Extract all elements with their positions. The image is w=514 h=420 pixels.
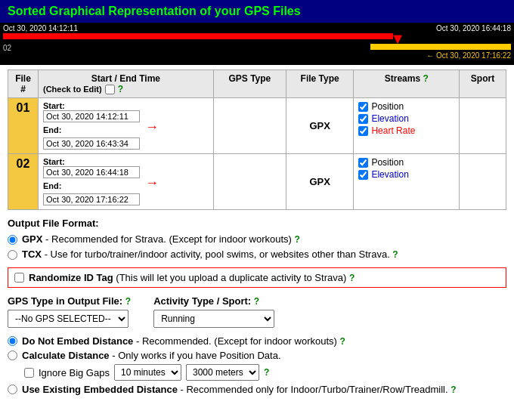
tcx-label: TCX xyxy=(22,249,42,260)
timeline-label-right-bottom: ← Oct 30, 2020 17:16:22 xyxy=(426,51,511,60)
stream-elevation-01-checkbox[interactable] xyxy=(358,114,368,124)
sport-01 xyxy=(460,98,506,154)
distance-none-help[interactable]: ? xyxy=(339,336,345,347)
distance-options: Do Not Embed Distance - Recommended. (Ex… xyxy=(8,335,506,395)
check-to-edit-label: (Check to Edit) xyxy=(43,85,102,94)
end-input-01[interactable] xyxy=(43,137,140,150)
big-gaps-time-select[interactable]: 10 minutes 5 minutes 15 minutes 30 minut… xyxy=(114,364,181,381)
file-num-02: 02 xyxy=(8,154,39,210)
gps-type-label: GPS Type in Output File: ? xyxy=(8,295,131,307)
distance-existing-radio[interactable] xyxy=(8,384,17,394)
stream-heartrate-01-checkbox[interactable] xyxy=(358,126,368,136)
distance-calc-label: Calculate Distance xyxy=(22,350,110,361)
distance-existing-desc: - Recommended only for Indoor/Turbo/Trai… xyxy=(181,384,451,395)
gpx-desc: - Recommended for Strava. (Except for in… xyxy=(45,233,294,245)
tcx-desc: - Use for turbo/trainer/indoor activity,… xyxy=(45,249,393,260)
distance-existing-text: Use Existing Embedded Distance - Recomme… xyxy=(22,384,457,395)
stream-position-02-checkbox[interactable] xyxy=(358,158,368,168)
randomize-desc: (This will let you upload a duplicate ac… xyxy=(116,272,349,283)
start-label-02: Start: xyxy=(43,157,65,166)
ignore-big-gaps-label: Ignore Big Gaps xyxy=(39,367,110,378)
end-input-02[interactable] xyxy=(43,193,140,205)
start-end-01: Start: End: → xyxy=(39,98,214,154)
table-row: 02 Start: End: → GPX Position xyxy=(8,154,506,210)
start-end-02: Start: End: → xyxy=(39,154,214,210)
distance-existing-help[interactable]: ? xyxy=(451,384,456,395)
big-gaps-help[interactable]: ? xyxy=(264,367,269,378)
col-file-type: File Type xyxy=(286,70,354,98)
distance-none-option: Do Not Embed Distance - Recommended. (Ex… xyxy=(8,335,506,347)
col-gps-type: GPS Type xyxy=(213,70,286,98)
activity-type-label: Activity Type / Sport: ? xyxy=(153,295,274,307)
gps-type-01 xyxy=(213,98,286,154)
col-sport: Sport xyxy=(460,70,506,98)
table-row: 01 Start: End: → GPX Position xyxy=(8,98,506,154)
tcx-option-text: TCX - Use for turbo/trainer/indoor activ… xyxy=(22,249,398,260)
gps-type-select[interactable]: --No GPS SELECTED-- GPX TCX xyxy=(8,310,128,328)
tcx-option: TCX - Use for turbo/trainer/indoor activ… xyxy=(8,249,506,260)
timeline-bar: Oct 30, 2020 14:12:11 02 Oct 30, 2020 16… xyxy=(0,23,514,65)
distance-calc-desc: - Only works if you have Position Data. xyxy=(112,350,280,361)
stream-position-02-label: Position xyxy=(371,157,404,168)
randomize-box: Randomize ID Tag (This will let you uplo… xyxy=(8,267,506,288)
distance-none-radio[interactable] xyxy=(8,336,17,346)
stream-elevation-01-label: Elevation xyxy=(371,113,408,124)
gpx-help-icon[interactable]: ? xyxy=(295,234,300,245)
ignore-big-gaps-checkbox[interactable] xyxy=(24,368,34,378)
gps-type-group: GPS Type in Output File: ? --No GPS SELE… xyxy=(8,295,131,328)
gps-type-02 xyxy=(213,154,286,210)
end-label-01: End: xyxy=(43,125,61,134)
col-start-end: Start / End Time (Check to Edit) ? xyxy=(39,70,214,98)
distance-existing-label: Use Existing Embedded Distance xyxy=(22,384,178,395)
start-input-02[interactable] xyxy=(43,166,140,178)
gps-type-help-icon[interactable]: ? xyxy=(125,296,131,307)
gpx-option: GPX - Recommended for Strava. (Except fo… xyxy=(8,233,506,245)
randomize-checkbox[interactable] xyxy=(14,273,24,283)
distance-none-text: Do Not Embed Distance - Recommended. (Ex… xyxy=(22,335,345,347)
activity-help-icon[interactable]: ? xyxy=(254,296,259,307)
timeline-red-bar xyxy=(3,33,393,39)
gpx-label: GPX xyxy=(22,233,42,245)
start-input-01[interactable] xyxy=(43,110,140,122)
distance-calc-text: Calculate Distance - Only works if you h… xyxy=(22,350,281,361)
randomize-text: Randomize ID Tag (This will let you uplo… xyxy=(29,272,355,283)
randomize-help-icon[interactable]: ? xyxy=(349,273,355,283)
distance-calc-radio[interactable] xyxy=(8,351,17,360)
activity-type-group: Activity Type / Sport: ? Running Cycling… xyxy=(153,295,274,328)
col-file-num: File # xyxy=(8,70,39,98)
streams-02: Position Elevation xyxy=(354,154,460,210)
file-num-01: 01 xyxy=(8,98,39,154)
distance-calc-option: Calculate Distance - Only works if you h… xyxy=(8,350,506,361)
stream-position-01-checkbox[interactable] xyxy=(358,102,368,112)
big-gaps-distance-select[interactable]: 3000 meters 1000 meters 5000 meters xyxy=(186,364,259,381)
gps-table: File # Start / End Time (Check to Edit) … xyxy=(8,69,506,210)
randomize-label: Randomize ID Tag xyxy=(29,272,113,283)
tcx-help-icon[interactable]: ? xyxy=(392,249,398,260)
end-label-02: End: xyxy=(43,181,61,190)
stream-heartrate-01-label: Heart Rate xyxy=(371,125,415,136)
activity-type-select[interactable]: Running Cycling Swimming Walking xyxy=(153,310,274,328)
col-streams: Streams ? xyxy=(354,70,460,98)
arrow-02: → xyxy=(145,175,159,191)
gps-activity-row: GPS Type in Output File: ? --No GPS SELE… xyxy=(8,295,506,328)
streams-01: Position Elevation Heart Rate xyxy=(354,98,460,154)
file-type-01: GPX xyxy=(286,98,354,154)
stream-position-01-label: Position xyxy=(371,101,404,112)
stream-elevation-02-label: Elevation xyxy=(371,169,408,180)
timeline-arrow-1: ▼ xyxy=(390,30,405,48)
gpx-radio[interactable] xyxy=(8,235,17,245)
check-to-edit-checkbox[interactable] xyxy=(105,85,115,94)
distance-existing-option: Use Existing Embedded Distance - Recomme… xyxy=(8,384,506,395)
gpx-option-text: GPX - Recommended for Strava. (Except fo… xyxy=(22,233,300,245)
distance-none-desc: - Recommended. (Except for indoor workou… xyxy=(136,335,340,347)
tcx-radio[interactable] xyxy=(8,250,17,260)
start-end-help-icon[interactable]: ? xyxy=(118,84,123,94)
streams-help-icon[interactable]: ? xyxy=(423,73,428,84)
stream-elevation-02-checkbox[interactable] xyxy=(358,170,368,180)
output-format-title: Output File Format: xyxy=(8,218,506,229)
big-gaps-row: Ignore Big Gaps 10 minutes 5 minutes 15 … xyxy=(24,364,506,381)
distance-none-label: Do Not Embed Distance xyxy=(22,335,133,347)
sport-02 xyxy=(460,154,506,210)
file-type-02: GPX xyxy=(286,154,354,210)
arrow-01: → xyxy=(145,119,159,135)
